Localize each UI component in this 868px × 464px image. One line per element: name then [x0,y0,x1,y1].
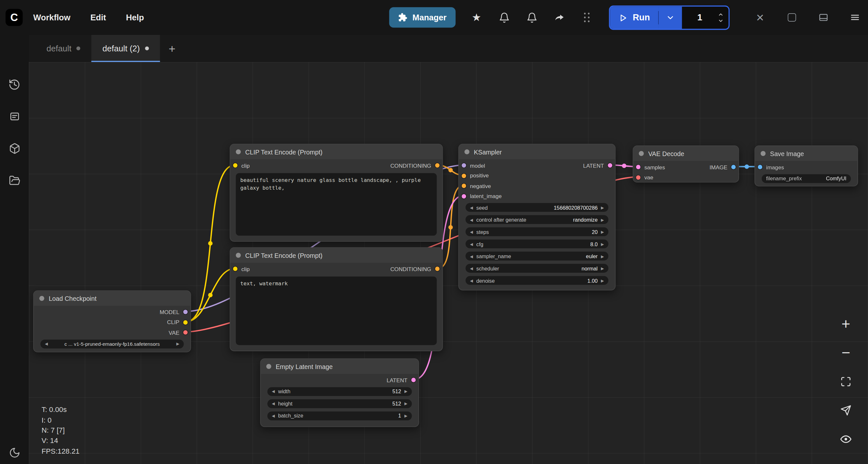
combo-prev-icon[interactable]: ◀ [470,218,473,222]
decrement-icon[interactable]: ◀ [272,402,275,405]
maximize-button[interactable] [785,11,798,24]
steps-widget[interactable]: ◀ steps 20 ▶ [466,228,609,236]
cfg-widget[interactable]: ◀ cfg 8.0 ▶ [466,239,609,248]
node-clip-text-encode-negative[interactable]: CLIP Text Encode (Prompt) clip CONDITION… [229,247,443,351]
combo-next-icon[interactable]: ▶ [176,342,179,346]
tab-default-2[interactable]: default (2) [92,35,160,62]
increment-icon[interactable]: ▶ [601,242,604,246]
node-clip-text-encode-positive[interactable]: CLIP Text Encode (Prompt) clip CONDITION… [229,144,443,242]
denoise-widget[interactable]: ◀ denoise 1.00 ▶ [466,276,609,285]
main-menu-button[interactable] [848,11,861,24]
combo-prev-icon[interactable]: ◀ [470,254,473,258]
sidebar-workflows-button[interactable] [8,174,21,187]
node-collapse-dot[interactable] [761,151,766,156]
output-slot-conditioning[interactable] [435,267,439,271]
node-collapse-dot[interactable] [464,149,469,154]
comfyui-logo[interactable]: C [5,9,23,26]
input-slot-clip[interactable] [233,163,238,168]
combo-next-icon[interactable]: ▶ [601,218,604,222]
run-button[interactable]: Run [610,7,659,29]
toggle-link-visibility-button[interactable] [837,430,855,448]
sidebar-queue-button[interactable] [8,110,21,123]
output-slot-latent[interactable] [608,163,612,168]
input-slot-positive[interactable] [462,173,466,178]
decrement-icon[interactable]: ◀ [470,278,473,283]
increment-icon[interactable]: ▶ [405,413,407,418]
output-slot-model[interactable] [183,310,188,314]
combo-prev-icon[interactable]: ◀ [45,342,48,346]
control-after-generate-widget[interactable]: ◀ control after generate randomize ▶ [466,215,609,224]
node-collapse-dot[interactable] [236,149,241,154]
theme-toggle-button[interactable] [8,446,21,459]
prompt-textarea[interactable]: text, watermark [236,276,437,345]
node-title-bar[interactable]: Load Checkpoint [34,291,190,306]
scheduler-widget[interactable]: ◀ scheduler normal ▶ [466,264,609,272]
share-button[interactable] [553,11,566,24]
node-empty-latent-image[interactable]: Empty Latent Image LATENT ◀ width 512 ▶ … [260,358,419,427]
run-options-button[interactable] [659,7,682,29]
input-slot-model[interactable] [462,163,466,168]
increment-icon[interactable]: ▶ [601,205,604,209]
width-widget[interactable]: ◀ width 512 ▶ [268,387,412,396]
node-title-bar[interactable]: Empty Latent Image [261,359,418,374]
ckpt-name-widget[interactable]: ◀ c ... v1-5-pruned-emaonly-fp16.safeten… [40,339,184,348]
node-vae-decode[interactable]: VAE Decode samples IMAGE vae [633,145,739,183]
decrement-icon[interactable]: ◀ [470,230,473,234]
chevron-down-icon[interactable] [718,18,724,23]
input-slot-samples[interactable] [636,165,641,170]
node-collapse-dot[interactable] [639,151,644,156]
output-slot-clip[interactable] [183,320,188,325]
combo-next-icon[interactable]: ▶ [601,266,604,270]
sidebar-model-library-button[interactable] [8,142,21,155]
input-slot-negative[interactable] [462,184,466,188]
menu-help[interactable]: Help [126,12,144,22]
seed-widget[interactable]: ◀ seed 156680208700286 ▶ [466,203,609,212]
node-title-bar[interactable]: CLIP Text Encode (Prompt) [230,144,442,159]
node-title-bar[interactable]: VAE Decode [633,146,738,161]
decrement-icon[interactable]: ◀ [272,413,275,418]
combo-next-icon[interactable]: ▶ [601,254,604,258]
decrement-icon[interactable]: ◀ [470,242,473,246]
node-title-bar[interactable]: KSampler [459,144,615,159]
output-slot-vae[interactable] [183,330,188,335]
input-slot-clip[interactable] [233,267,238,271]
zoom-out-button[interactable]: − [837,344,855,362]
chevron-up-icon[interactable] [718,12,724,17]
output-slot-image[interactable] [731,165,736,170]
output-slot-latent[interactable] [411,378,416,383]
prompt-textarea[interactable]: beautiful scenery nature glass bottle la… [236,173,437,236]
drag-handle[interactable] [581,11,594,24]
new-workflow-tab-button[interactable]: + [160,35,184,62]
decrement-icon[interactable]: ◀ [272,389,275,393]
sampler-name-widget[interactable]: ◀ sampler_name euler ▶ [466,252,609,260]
node-save-image[interactable]: Save Image images filename_prefix ComfyU… [754,145,858,187]
zoom-in-button[interactable]: + [837,316,855,333]
close-workflow-button[interactable]: × [753,11,767,24]
focus-selection-button[interactable] [837,402,855,420]
menu-edit[interactable]: Edit [90,12,106,22]
node-load-checkpoint[interactable]: Load Checkpoint MODEL CLIP VAE ◀ c ... v… [33,291,191,353]
toggle-bottom-panel-button[interactable] [816,11,830,24]
sidebar-workflows-history-button[interactable] [8,78,21,91]
batch-size-widget[interactable]: ◀ batch_size 1 ▶ [268,411,412,420]
alerts-button[interactable] [525,11,538,24]
output-slot-conditioning[interactable] [435,163,439,168]
manager-button[interactable]: Manager [389,7,455,28]
decrement-icon[interactable]: ◀ [470,205,473,209]
increment-icon[interactable]: ▶ [601,278,604,283]
increment-icon[interactable]: ▶ [405,389,407,393]
menu-workflow[interactable]: Workflow [33,12,70,22]
filename-prefix-widget[interactable]: filename_prefix ComfyUI [762,174,851,183]
input-slot-vae[interactable] [636,175,641,180]
node-collapse-dot[interactable] [266,364,271,369]
batch-count-stepper[interactable]: 1 [682,7,728,29]
node-collapse-dot[interactable] [39,296,44,301]
node-canvas[interactable] [29,62,868,464]
input-slot-images[interactable] [758,165,762,170]
fit-view-button[interactable] [837,373,855,391]
node-ksampler[interactable]: KSampler model LATENT positive negative … [458,144,615,291]
favorites-button[interactable]: ★ [470,11,483,24]
node-collapse-dot[interactable] [236,253,241,258]
tab-default[interactable]: default [36,35,92,62]
input-slot-latent-image[interactable] [462,194,466,198]
